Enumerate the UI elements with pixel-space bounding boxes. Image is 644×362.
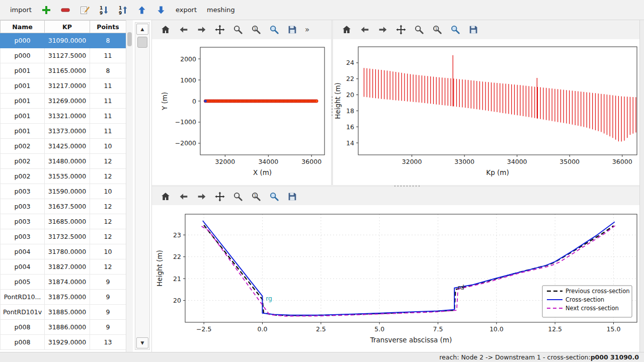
cell-name[interactable]: p000 bbox=[1, 48, 45, 63]
plan-view-chart[interactable]: 320003400036000200010000−1000−2000X (m)Y… bbox=[152, 39, 331, 186]
cell-name[interactable]: p008 bbox=[1, 320, 45, 335]
home-button[interactable] bbox=[159, 190, 172, 203]
cross-sections-table[interactable]: NameKPPoints p00031090.00008p00031127.50… bbox=[0, 20, 126, 350]
cell-name[interactable]: PontRD101v bbox=[1, 305, 45, 320]
zoom-button[interactable] bbox=[231, 190, 245, 203]
move-down-button[interactable] bbox=[154, 4, 168, 17]
table-row[interactable]: p00031090.00008 bbox=[1, 33, 126, 48]
remove-section-button[interactable] bbox=[59, 4, 72, 17]
cross-section-chart[interactable]: rgrd−2.50.02.55.07.510.012.515.020212223… bbox=[152, 205, 644, 352]
cell-points[interactable]: 11 bbox=[90, 124, 126, 139]
cell-name[interactable]: p002 bbox=[1, 154, 45, 169]
move-up-button[interactable] bbox=[135, 4, 148, 17]
save-button[interactable] bbox=[286, 23, 299, 36]
scroll-up-button[interactable]: ▲ bbox=[136, 24, 148, 35]
cell-name[interactable]: p001 bbox=[1, 124, 45, 139]
cell-kp[interactable]: 31165.0000 bbox=[45, 63, 90, 78]
back-button[interactable] bbox=[177, 190, 190, 203]
cell-name[interactable]: p003 bbox=[1, 214, 45, 229]
cell-kp[interactable]: 31535.0000 bbox=[45, 169, 90, 184]
panel-scrollbar[interactable]: ▲ ▼ bbox=[135, 22, 150, 350]
table-row[interactable]: p00331637.500012 bbox=[1, 199, 126, 214]
cell-name[interactable]: p003 bbox=[1, 199, 45, 214]
cell-points[interactable]: 9 bbox=[90, 290, 126, 305]
scroll-down-button[interactable]: ▼ bbox=[136, 337, 148, 348]
cell-points[interactable]: 13 bbox=[90, 335, 126, 350]
cell-kp[interactable]: 31637.5000 bbox=[45, 199, 90, 214]
cell-points[interactable]: 8 bbox=[90, 63, 126, 78]
back-button[interactable] bbox=[177, 23, 190, 36]
cell-points[interactable]: 12 bbox=[90, 259, 126, 275]
cell-kp[interactable]: 31127.5000 bbox=[45, 48, 90, 63]
cell-name[interactable]: p001 bbox=[1, 63, 45, 78]
cell-points[interactable]: 12 bbox=[90, 199, 126, 214]
table-row[interactable]: PontRD101v31885.00009 bbox=[1, 305, 126, 320]
table-row[interactable]: p00331590.000010 bbox=[1, 184, 126, 199]
back-button[interactable] bbox=[358, 23, 371, 36]
cell-kp[interactable]: 31425.0000 bbox=[45, 139, 90, 154]
cell-points[interactable]: 9 bbox=[90, 305, 126, 320]
cell-points[interactable]: 10 bbox=[90, 139, 126, 154]
cell-kp[interactable]: 31373.0000 bbox=[45, 124, 90, 139]
panel-scrollbar-thumb[interactable] bbox=[137, 37, 147, 48]
sort-ascending-button[interactable]: 1 9 bbox=[97, 4, 110, 17]
table-row[interactable]: p00131217.000011 bbox=[1, 78, 126, 94]
cell-points[interactable]: 12 bbox=[90, 154, 126, 169]
table-row[interactable]: p00231535.000012 bbox=[1, 169, 126, 184]
cell-kp[interactable]: 31732.5000 bbox=[45, 229, 90, 244]
table-row[interactable]: p00031127.500011 bbox=[1, 48, 126, 63]
table-row[interactable]: p00331732.500012 bbox=[1, 229, 126, 244]
cell-points[interactable]: 11 bbox=[90, 94, 126, 109]
cell-points[interactable]: 11 bbox=[90, 78, 126, 94]
save-button[interactable] bbox=[286, 190, 299, 203]
zoom-one-button[interactable]: 1 bbox=[250, 23, 263, 36]
cell-points[interactable]: 9 bbox=[90, 275, 126, 290]
add-section-button[interactable] bbox=[40, 4, 53, 17]
table-scrollbar[interactable] bbox=[126, 20, 133, 352]
cell-points[interactable]: 11 bbox=[90, 48, 126, 63]
cell-kp[interactable]: 31685.0000 bbox=[45, 214, 90, 229]
cell-name[interactable]: p001 bbox=[1, 94, 45, 109]
export-button[interactable]: export bbox=[174, 5, 199, 15]
cell-points[interactable]: 8 bbox=[90, 33, 126, 48]
forward-button[interactable] bbox=[195, 190, 208, 203]
save-button[interactable] bbox=[467, 23, 480, 36]
pan-button[interactable] bbox=[213, 23, 226, 36]
cell-kp[interactable]: 31269.0000 bbox=[45, 94, 90, 109]
pan-button[interactable] bbox=[213, 190, 226, 203]
column-header-points[interactable]: Points bbox=[90, 21, 126, 33]
column-header-name[interactable]: Name bbox=[1, 21, 45, 33]
cell-kp[interactable]: 31875.0000 bbox=[45, 290, 90, 305]
cell-kp[interactable]: 31827.0000 bbox=[45, 259, 90, 275]
cell-name[interactable]: p005 bbox=[1, 275, 45, 290]
cell-name[interactable]: p003 bbox=[1, 184, 45, 199]
cell-points[interactable]: 12 bbox=[90, 169, 126, 184]
zoom-one-button[interactable]: 1 bbox=[431, 23, 444, 36]
table-row[interactable]: p00831886.00009 bbox=[1, 320, 126, 335]
cell-points[interactable]: 10 bbox=[90, 184, 126, 199]
cell-name[interactable]: p004 bbox=[1, 244, 45, 259]
home-button[interactable] bbox=[340, 23, 353, 36]
cell-name[interactable]: p001 bbox=[1, 78, 45, 94]
meshing-button[interactable]: meshing bbox=[205, 5, 237, 15]
cell-name[interactable]: p000 bbox=[1, 33, 45, 48]
cell-kp[interactable]: 31886.0000 bbox=[45, 320, 90, 335]
zoom-rect-button[interactable] bbox=[449, 23, 462, 36]
cell-name[interactable]: p002 bbox=[1, 139, 45, 154]
cell-name[interactable]: p001 bbox=[1, 109, 45, 124]
table-row[interactable]: p00431780.000010 bbox=[1, 244, 126, 259]
cell-points[interactable]: 11 bbox=[90, 109, 126, 124]
zoom-rect-button[interactable] bbox=[268, 23, 281, 36]
cell-kp[interactable]: 31874.0000 bbox=[45, 275, 90, 290]
edit-section-button[interactable] bbox=[78, 4, 91, 17]
cell-points[interactable]: 12 bbox=[90, 214, 126, 229]
zoom-rect-button[interactable] bbox=[268, 190, 281, 203]
table-row[interactable]: p00331685.000012 bbox=[1, 214, 126, 229]
cell-name[interactable]: p008 bbox=[1, 335, 45, 350]
cell-kp[interactable]: 31780.0000 bbox=[45, 244, 90, 259]
table-row[interactable]: p00831929.000013 bbox=[1, 335, 126, 350]
cell-name[interactable]: p002 bbox=[1, 169, 45, 184]
cell-kp[interactable]: 31929.0000 bbox=[45, 335, 90, 350]
table-row[interactable]: PontRD10...31875.00009 bbox=[1, 290, 126, 305]
vertical-splitter-grip[interactable] bbox=[331, 96, 333, 118]
